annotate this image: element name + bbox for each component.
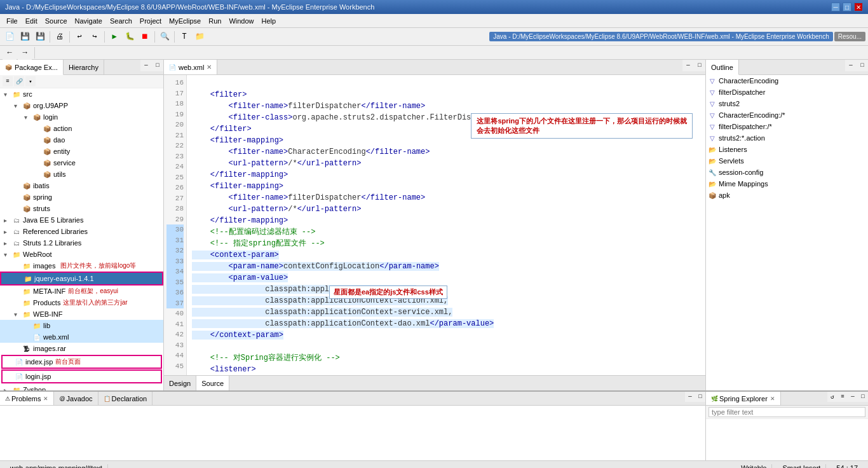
window-controls[interactable]: ─ □ ✕ bbox=[831, 3, 863, 11]
hierarchy-tab[interactable]: Hierarchy bbox=[64, 60, 104, 74]
save-all-button[interactable]: 💾 bbox=[33, 30, 47, 44]
print-button[interactable]: 🖨 bbox=[53, 30, 67, 44]
problems-close[interactable]: ✕ bbox=[43, 396, 48, 402]
java-perspective-badge[interactable]: Java - D:/MyEclipseWorkspaces/MyEclipse … bbox=[489, 32, 833, 41]
back-button[interactable]: ← bbox=[3, 46, 17, 60]
outline-item-mime[interactable]: 📂 Mime Mappings bbox=[706, 178, 868, 189]
undo-button[interactable]: ↩ bbox=[72, 30, 86, 44]
maximize-panel-button[interactable]: □ bbox=[152, 60, 163, 71]
new-button[interactable]: 📄 bbox=[3, 30, 17, 44]
menu-run[interactable]: Run bbox=[205, 16, 225, 26]
tree-meta-inf[interactable]: 📁 META-INF 前台框架，easyui bbox=[0, 286, 163, 297]
forward-button[interactable]: → bbox=[18, 46, 32, 60]
problems-tab[interactable]: ⚠ Problems ✕ bbox=[0, 392, 54, 405]
stop-button[interactable]: ⏹ bbox=[138, 30, 152, 44]
tree-action[interactable]: 📦 action bbox=[0, 123, 163, 134]
close-button[interactable]: ✕ bbox=[854, 3, 863, 11]
tree-lib[interactable]: 📁 lib bbox=[0, 320, 163, 331]
outline-item-charencoding[interactable]: ▽ CharacterEncoding bbox=[706, 75, 868, 86]
menu-myeclipse[interactable]: MyEclipse bbox=[165, 16, 205, 26]
webxml-tab[interactable]: 📄 web.xml ✕ bbox=[164, 60, 217, 74]
package-explorer-tab[interactable]: 📦 Package Ex... bbox=[0, 60, 64, 75]
outline-item-charencoding-map[interactable]: ▽ CharacterEncoding:/* bbox=[706, 109, 868, 121]
source-tab[interactable]: Source bbox=[196, 376, 229, 390]
design-tab[interactable]: Design bbox=[164, 376, 196, 390]
menu-help[interactable]: Help bbox=[258, 16, 280, 26]
collapse-all-button[interactable]: ≡ bbox=[3, 76, 13, 86]
run-button[interactable]: ▶ bbox=[107, 30, 121, 44]
outline-item-apk[interactable]: 📦 apk bbox=[706, 189, 868, 201]
menu-project[interactable]: Project bbox=[136, 16, 165, 26]
spring-explorer-tab[interactable]: 🌿 Spring Explorer ✕ bbox=[706, 392, 781, 405]
menu-window[interactable]: Window bbox=[225, 16, 257, 26]
save-button[interactable]: 💾 bbox=[18, 30, 32, 44]
tree-spring[interactable]: 📦 spring bbox=[0, 191, 163, 203]
maximize-button[interactable]: □ bbox=[843, 3, 851, 11]
resource-perspective-badge[interactable]: Resou... bbox=[834, 32, 865, 41]
tree-webxml[interactable]: 📄 web.xml bbox=[0, 331, 163, 343]
outline-item-listeners[interactable]: 📂 Listeners bbox=[706, 144, 868, 155]
outline-item-struts2[interactable]: ▽ struts2 bbox=[706, 98, 868, 109]
tree-src[interactable]: ▾ 📁 src bbox=[0, 88, 163, 100]
outline-maximize[interactable]: □ bbox=[857, 60, 868, 71]
tree-webroot[interactable]: ▾ 📁 WebRoot bbox=[0, 249, 163, 260]
outline-item-session[interactable]: 🔧 session-config bbox=[706, 167, 868, 178]
menu-file[interactable]: File bbox=[3, 16, 22, 26]
spring-minimize[interactable]: — bbox=[848, 392, 858, 402]
tree-products[interactable]: 📁 Products 这里放引入的第三方jar bbox=[0, 297, 163, 308]
debug-button[interactable]: 🐛 bbox=[123, 30, 137, 44]
tree-ref-libs[interactable]: ▸ 🗂 Referenced Libraries bbox=[0, 226, 163, 237]
menu-navigate[interactable]: Navigate bbox=[71, 16, 106, 26]
open-resource-button[interactable]: 📁 bbox=[193, 30, 207, 44]
spring-refresh[interactable]: ↺ bbox=[827, 392, 837, 402]
spring-close[interactable]: ✕ bbox=[770, 396, 775, 402]
tree-ibatis[interactable]: 📦 ibatis bbox=[0, 180, 163, 191]
menu-source[interactable]: Source bbox=[41, 16, 71, 26]
tree-menu-button[interactable]: ▾ bbox=[25, 76, 36, 86]
tree-dao[interactable]: 📦 dao bbox=[0, 134, 163, 146]
minimize-panel-button[interactable]: — bbox=[140, 60, 152, 71]
javadoc-tab[interactable]: @ Javadoc bbox=[54, 392, 98, 405]
outline-item-servlets[interactable]: 📂 Servlets bbox=[706, 155, 868, 167]
tree-utils[interactable]: 📦 utils bbox=[0, 169, 163, 180]
tree-entity[interactable]: 📦 entity bbox=[0, 146, 163, 157]
bottom-maximize[interactable]: □ bbox=[695, 392, 705, 402]
minimize-button[interactable]: ─ bbox=[831, 3, 840, 11]
tree-org-u9app[interactable]: ▾ 📦 org.U9APP bbox=[0, 100, 163, 111]
webxml-tab-close[interactable]: ✕ bbox=[207, 64, 212, 71]
open-type-button[interactable]: T bbox=[177, 30, 191, 44]
tree-zyshop[interactable]: ▸ 📁 Zyshop bbox=[0, 384, 163, 390]
outline-item-filterdispatcher-map[interactable]: ▽ filterDispatcher:/* bbox=[706, 121, 868, 132]
tree-web-inf[interactable]: ▾ 📁 WEB-INF bbox=[0, 308, 163, 320]
link-editor-button[interactable]: 🔗 bbox=[14, 76, 24, 86]
search-button[interactable]: 🔍 bbox=[158, 30, 172, 44]
outline-minimize[interactable]: — bbox=[845, 60, 857, 71]
outline-item-filterdispatcher[interactable]: ▽ filterDispatcher bbox=[706, 86, 868, 98]
tree-index-jsp[interactable]: 📄 index.jsp 前台页面 ← bbox=[1, 355, 162, 369]
tree-login-jsp[interactable]: 📄 login.jsp bbox=[1, 369, 162, 383]
menu-search[interactable]: Search bbox=[106, 16, 136, 26]
declaration-tab[interactable]: 📋 Declaration bbox=[98, 392, 153, 405]
spring-maximize[interactable]: □ bbox=[858, 392, 868, 402]
tree-jquery-easyui[interactable]: 📁 jquery-easyui-1.4.1 bbox=[0, 272, 163, 286]
tree-struts[interactable]: 📦 struts bbox=[0, 203, 163, 214]
redo-button[interactable]: ↪ bbox=[88, 30, 102, 44]
outline-tab[interactable]: Outline bbox=[706, 60, 739, 75]
tree-javaee[interactable]: ▸ 🗂 Java EE 5 Libraries bbox=[0, 214, 163, 226]
spring-filter-input[interactable] bbox=[709, 407, 865, 417]
code-editor[interactable]: 1617181920 2122232425 2627282930 3132333… bbox=[164, 75, 705, 375]
spring-collapse[interactable]: ≡ bbox=[837, 392, 848, 402]
outline-item-struts2-map[interactable]: ▽ struts2:*.action bbox=[706, 132, 868, 144]
bottom-minimize[interactable]: — bbox=[685, 392, 695, 402]
service-label: service bbox=[53, 159, 76, 167]
menu-edit[interactable]: Edit bbox=[22, 16, 41, 26]
editor-maximize[interactable]: □ bbox=[694, 60, 705, 71]
lib-label: lib bbox=[43, 322, 50, 329]
tree-struts-libs[interactable]: ▸ 🗂 Struts 1.2 Libraries bbox=[0, 237, 163, 249]
tree-login[interactable]: ▾ 📦 login bbox=[0, 111, 163, 123]
spring-icon: 🌿 bbox=[711, 396, 718, 402]
tree-images[interactable]: 📁 images 图片文件夹，放前端logo等 bbox=[0, 260, 163, 272]
tree-service[interactable]: 📦 service bbox=[0, 157, 163, 169]
editor-minimize[interactable]: — bbox=[682, 60, 694, 71]
tree-images-rar[interactable]: 🗜 images.rar bbox=[0, 343, 163, 354]
